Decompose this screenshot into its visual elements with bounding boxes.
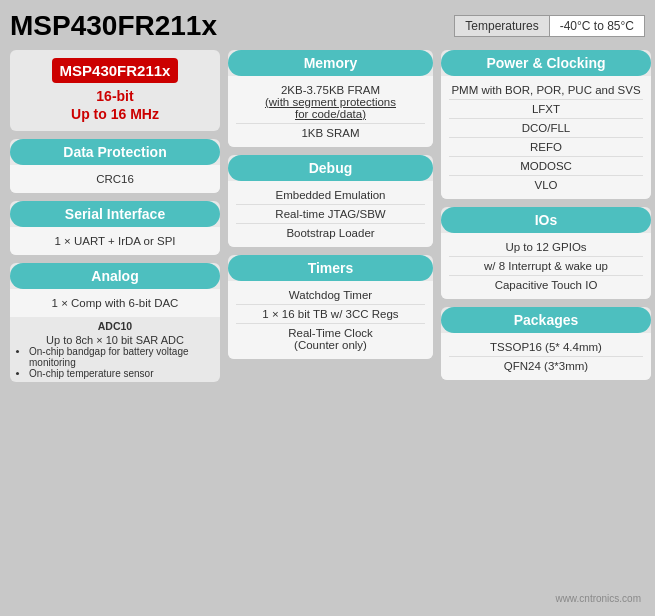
chip-bit: 16-bit xyxy=(96,88,133,104)
ios-header: IOs xyxy=(441,207,651,233)
memory-body: 2KB-3.75KB FRAM(with segment protections… xyxy=(228,76,433,147)
memory-section: Memory 2KB-3.75KB FRAM(with segment prot… xyxy=(228,50,433,147)
memory-item-1: 1KB SRAM xyxy=(236,124,425,142)
power-item-0: PMM with BOR, POR, PUC and SVS xyxy=(449,81,643,100)
data-protection-section: Data Protection CRC16 xyxy=(10,139,220,193)
data-protection-header: Data Protection xyxy=(10,139,220,165)
packages-header: Packages xyxy=(441,307,651,333)
middle-column: Memory 2KB-3.75KB FRAM(with segment prot… xyxy=(228,50,433,382)
packages-body: TSSOP16 (5* 4.4mm) QFN24 (3*3mm) xyxy=(441,333,651,380)
analog-body: 1 × Comp with 6-bit DAC xyxy=(10,289,220,317)
serial-interface-header: Serial Interface xyxy=(10,201,220,227)
packages-item-1: QFN24 (3*3mm) xyxy=(449,357,643,375)
page-title: MSP430FR211x xyxy=(10,10,217,42)
power-item-5: VLO xyxy=(449,176,643,194)
data-protection-body: CRC16 xyxy=(10,165,220,193)
temperature-box: Temperatures -40°C to 85°C xyxy=(454,15,645,37)
ios-item-2: Capacitive Touch IO xyxy=(449,276,643,294)
analog-section: Analog 1 × Comp with 6-bit DAC ADC10 Up … xyxy=(10,263,220,382)
power-item-1: LFXT xyxy=(449,100,643,119)
memory-item-0: 2KB-3.75KB FRAM(with segment protections… xyxy=(236,81,425,124)
debug-item-0: Embedded Emulation xyxy=(236,186,425,205)
power-clocking-section: Power & Clocking PMM with BOR, POR, PUC … xyxy=(441,50,651,199)
analog-item-0: 1 × Comp with 6-bit DAC xyxy=(18,294,212,312)
ios-section: IOs Up to 12 GPIOs w/ 8 Interrupt & wake… xyxy=(441,207,651,299)
debug-item-2: Bootstrap Loader xyxy=(236,224,425,242)
debug-item-1: Real-time JTAG/SBW xyxy=(236,205,425,224)
analog-header: Analog xyxy=(10,263,220,289)
right-column: Power & Clocking PMM with BOR, POR, PUC … xyxy=(441,50,651,382)
temp-value: -40°C to 85°C xyxy=(550,15,645,37)
ios-item-0: Up to 12 GPIOs xyxy=(449,238,643,257)
analog-adc-section: ADC10 Up to 8ch × 10 bit SAR ADC On-chip… xyxy=(10,317,220,382)
serial-interface-item-0: 1 × UART + IrDA or SPI xyxy=(18,232,212,250)
left-column: MSP430FR211x 16-bit Up to 16 MHz Data Pr… xyxy=(10,50,220,382)
memory-header: Memory xyxy=(228,50,433,76)
chip-name: MSP430FR211x xyxy=(52,58,179,83)
packages-section: Packages TSSOP16 (5* 4.4mm) QFN24 (3*3mm… xyxy=(441,307,651,380)
watermark: www.cntronics.com xyxy=(555,593,641,604)
serial-interface-body: 1 × UART + IrDA or SPI xyxy=(10,227,220,255)
chip-box: MSP430FR211x 16-bit Up to 16 MHz xyxy=(10,50,220,131)
adc-bullet-1: On-chip temperature sensor xyxy=(29,368,215,379)
adc-bullet-0: On-chip bandgap for battery voltage moni… xyxy=(29,346,215,368)
timers-section: Timers Watchdog Timer 1 × 16 bit TB w/ 3… xyxy=(228,255,433,359)
packages-item-0: TSSOP16 (5* 4.4mm) xyxy=(449,338,643,357)
ios-item-1: w/ 8 Interrupt & wake up xyxy=(449,257,643,276)
page-container: MSP430FR211x Temperatures -40°C to 85°C … xyxy=(0,0,655,616)
adc-sub: Up to 8ch × 10 bit SAR ADC xyxy=(15,334,215,346)
main-grid: MSP430FR211x 16-bit Up to 16 MHz Data Pr… xyxy=(10,50,645,382)
chip-freq: Up to 16 MHz xyxy=(71,106,159,122)
temp-label: Temperatures xyxy=(454,15,549,37)
ios-body: Up to 12 GPIOs w/ 8 Interrupt & wake up … xyxy=(441,233,651,299)
data-protection-item-0: CRC16 xyxy=(18,170,212,188)
debug-body: Embedded Emulation Real-time JTAG/SBW Bo… xyxy=(228,181,433,247)
power-clocking-header: Power & Clocking xyxy=(441,50,651,76)
timers-item-2: Real-Time Clock(Counter only) xyxy=(236,324,425,354)
debug-header: Debug xyxy=(228,155,433,181)
power-item-2: DCO/FLL xyxy=(449,119,643,138)
serial-interface-section: Serial Interface 1 × UART + IrDA or SPI xyxy=(10,201,220,255)
power-clocking-body: PMM with BOR, POR, PUC and SVS LFXT DCO/… xyxy=(441,76,651,199)
power-item-4: MODOSC xyxy=(449,157,643,176)
timers-header: Timers xyxy=(228,255,433,281)
timers-item-1: 1 × 16 bit TB w/ 3CC Regs xyxy=(236,305,425,324)
adc-bullets: On-chip bandgap for battery voltage moni… xyxy=(15,346,215,379)
timers-body: Watchdog Timer 1 × 16 bit TB w/ 3CC Regs… xyxy=(228,281,433,359)
debug-section: Debug Embedded Emulation Real-time JTAG/… xyxy=(228,155,433,247)
page-header: MSP430FR211x Temperatures -40°C to 85°C xyxy=(10,10,645,42)
adc-title: ADC10 xyxy=(15,320,215,332)
power-item-3: REFO xyxy=(449,138,643,157)
timers-item-0: Watchdog Timer xyxy=(236,286,425,305)
